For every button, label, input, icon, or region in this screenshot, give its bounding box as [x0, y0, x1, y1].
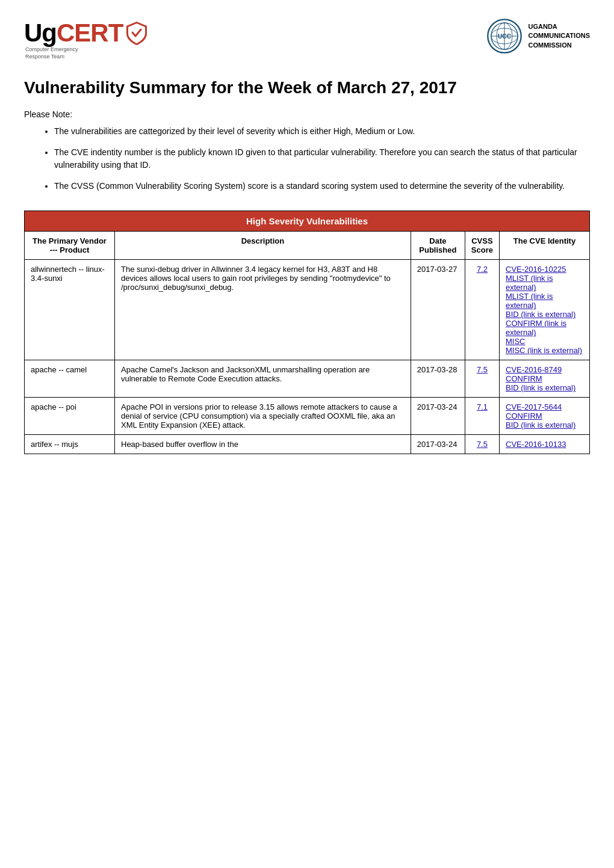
cve-link-0[interactable]: CVE-2017-5644 — [506, 402, 583, 411]
note-item-2: The CVE indentity number is the publicly… — [54, 146, 590, 171]
note-item-1: The vulnerabilities are cattegorized by … — [54, 125, 590, 138]
date-cell: 2017-03-24 — [411, 398, 465, 435]
vendor-cell: apache -- camel — [25, 360, 115, 398]
cvss-link[interactable]: 7.5 — [477, 440, 488, 449]
ucc-emblem-icon: UCC — [486, 18, 523, 54]
col-header-desc: Description — [115, 232, 411, 260]
ucc-text: UGANDA COMMUNICATIONS COMMISSION — [529, 22, 590, 50]
cve-cell: CVE-2016-10133 — [500, 435, 590, 454]
cve-link-6[interactable]: MISC (link is external) — [506, 346, 583, 355]
left-logo: UgCERT Computer Emergency Response Team — [24, 18, 148, 60]
cve-cell: CVE-2016-10225 MLIST (link is external) … — [500, 260, 590, 360]
cvss-cell: 7.5 — [465, 360, 499, 398]
table-section-header: High Severity Vulnerabilities — [25, 211, 590, 232]
right-logo: UCC UGANDA COMMUNICATIONS COMMISSION — [486, 18, 590, 54]
cve-cell: CVE-2016-8749 CONFIRM BID (link is exter… — [500, 360, 590, 398]
vendor-cell: allwinnertech -- linux-3.4-sunxi — [25, 260, 115, 360]
col-header-cvss: CVSS Score — [465, 232, 499, 260]
shield-icon — [125, 20, 148, 48]
cve-link-0[interactable]: CVE-2016-10225 — [506, 265, 583, 274]
note-item-3: The CVSS (Common Vulnerability Scoring S… — [54, 180, 590, 192]
desc-cell: Apache Camel's Jackson and JacksonXML un… — [115, 360, 411, 398]
cve-link-1[interactable]: CONFIRM — [506, 374, 583, 383]
page-title: Vulnerability Summary for the Week of Ma… — [24, 78, 590, 97]
table-row: artifex -- mujs Heap-based buffer overfl… — [25, 435, 590, 454]
date-cell: 2017-03-28 — [411, 360, 465, 398]
cvss-link[interactable]: 7.2 — [477, 265, 488, 274]
vendor-cell: apache -- poi — [25, 398, 115, 435]
desc-cell: Heap-based buffer overflow in the — [115, 435, 411, 454]
page-header: UgCERT Computer Emergency Response Team — [24, 18, 590, 60]
date-cell: 2017-03-27 — [411, 260, 465, 360]
vendor-cell: artifex -- mujs — [25, 435, 115, 454]
column-headers-row: The Primary Vendor --- Product Descripti… — [25, 232, 590, 260]
table-row: apache -- camel Apache Camel's Jackson a… — [25, 360, 590, 398]
cvss-cell: 7.5 — [465, 435, 499, 454]
date-cell: 2017-03-24 — [411, 435, 465, 454]
col-header-vendor: The Primary Vendor --- Product — [25, 232, 115, 260]
please-note-label: Please Note: — [24, 109, 590, 119]
cve-link-0[interactable]: CVE-2016-8749 — [506, 365, 583, 374]
cve-link-1[interactable]: MLIST (link is external) — [506, 274, 583, 292]
notes-list: The vulnerabilities are cattegorized by … — [24, 125, 590, 192]
cvss-cell: 7.1 — [465, 398, 499, 435]
col-header-cve: The CVE Identity — [500, 232, 590, 260]
cve-link-4[interactable]: CONFIRM (link is external) — [506, 319, 583, 337]
cvss-cell: 7.2 — [465, 260, 499, 360]
ug-text: UgCERT — [24, 19, 123, 48]
cve-link-3[interactable]: BID (link is external) — [506, 310, 583, 319]
col-header-date: Date Published — [411, 232, 465, 260]
cve-link-1[interactable]: CONFIRM — [506, 411, 583, 420]
svg-text:UCC: UCC — [498, 33, 512, 40]
vulnerability-table: High Severity Vulnerabilities The Primar… — [24, 211, 590, 454]
cve-link-2[interactable]: BID (link is external) — [506, 383, 583, 392]
cve-cell: CVE-2017-5644 CONFIRM BID (link is exter… — [500, 398, 590, 435]
cve-link-2[interactable]: BID (link is external) — [506, 420, 583, 429]
table-row: apache -- poi Apache POI in versions pri… — [25, 398, 590, 435]
desc-cell: Apache POI in versions prior to release … — [115, 398, 411, 435]
desc-cell: The sunxi-debug driver in Allwinner 3.4 … — [115, 260, 411, 360]
cve-link-5[interactable]: MISC — [506, 337, 583, 346]
cvss-link[interactable]: 7.5 — [477, 365, 488, 374]
table-row: allwinnertech -- linux-3.4-sunxi The sun… — [25, 260, 590, 360]
cve-link-0[interactable]: CVE-2016-10133 — [506, 440, 583, 449]
cve-link-2[interactable]: MLIST (link is external) — [506, 292, 583, 310]
section-title: High Severity Vulnerabilities — [25, 211, 590, 232]
cvss-link[interactable]: 7.1 — [477, 402, 488, 411]
logo-subtext: Computer Emergency Response Team — [24, 46, 78, 60]
